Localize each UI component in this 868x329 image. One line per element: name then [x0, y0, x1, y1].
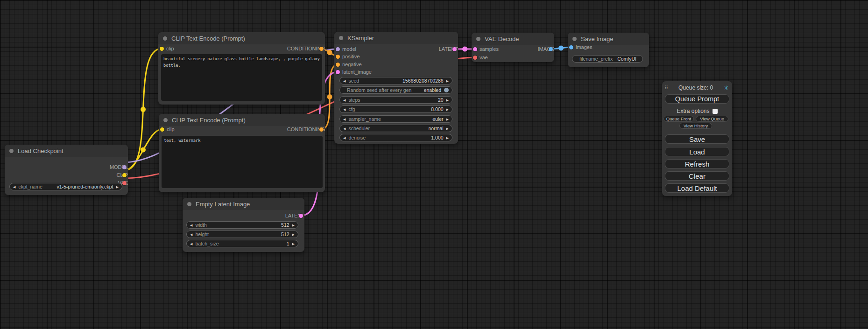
- node-vae-decode[interactable]: VAE Decode samples vae IMAGE: [472, 33, 554, 62]
- stepper-right-icon[interactable]: ▶: [292, 242, 295, 245]
- clear-button[interactable]: Clear: [665, 171, 729, 181]
- output-port-vae[interactable]: [122, 181, 127, 185]
- width-widget[interactable]: ◀ width 512 ▶: [186, 221, 298, 229]
- denoise-widget[interactable]: ◀ denoise 1.000 ▶: [339, 134, 452, 141]
- output-port-model[interactable]: [122, 165, 127, 169]
- queue-size-label: Queue size: 0: [668, 84, 724, 91]
- node-title-bar[interactable]: VAE Decode: [472, 33, 554, 45]
- stepper-right-icon[interactable]: ▶: [446, 136, 449, 140]
- filename-prefix-widget[interactable]: filename_prefix ComfyUI: [572, 55, 643, 63]
- input-row-images: images: [568, 43, 592, 51]
- node-graph-canvas[interactable]: Load Checkpoint MODEL CLIP VAE ◀ ckpt_na…: [0, 0, 868, 329]
- node-clip-text-encode-negative[interactable]: CLIP Text Encode (Prompt) clip CONDITION…: [159, 114, 325, 192]
- stepper-left-icon[interactable]: ◀: [13, 185, 15, 189]
- collapse-dot-icon[interactable]: [163, 36, 167, 41]
- collapse-dot-icon[interactable]: [187, 202, 191, 206]
- widget-label: width: [195, 222, 207, 228]
- queue-prompt-button[interactable]: Queue Prompt: [665, 94, 729, 104]
- settings-gear-icon[interactable]: ✳: [724, 84, 729, 91]
- queue-panel-header: ⠿ Queue size: 0 ✳: [662, 84, 732, 92]
- input-row-negative: negative: [334, 61, 362, 69]
- view-history-button[interactable]: View History: [679, 123, 712, 129]
- widget-label: denoise: [348, 135, 366, 140]
- collapse-dot-icon[interactable]: [476, 37, 480, 41]
- node-save-image[interactable]: Save Image images filename_prefix ComfyU…: [568, 33, 649, 67]
- node-title: CLIP Text Encode (Prompt): [172, 117, 246, 124]
- collapse-dot-icon[interactable]: [163, 118, 168, 122]
- output-port-conditioning[interactable]: [319, 47, 324, 51]
- widget-label: sampler_name: [348, 116, 381, 122]
- collapse-dot-icon[interactable]: [339, 36, 343, 40]
- stepper-left-icon[interactable]: ◀: [190, 224, 192, 227]
- node-clip-text-encode-positive[interactable]: CLIP Text Encode (Prompt) clip CONDITION…: [158, 32, 325, 105]
- node-title-bar[interactable]: KSampler: [334, 32, 458, 44]
- widget-value: 156680208700286: [402, 78, 444, 84]
- seed-widget[interactable]: ◀ seed 156680208700286 ▶: [339, 77, 452, 84]
- collapse-dot-icon[interactable]: [9, 149, 14, 153]
- node-load-checkpoint[interactable]: Load Checkpoint MODEL CLIP VAE ◀ ckpt_na…: [5, 145, 128, 195]
- stepper-right-icon[interactable]: ▶: [292, 233, 295, 236]
- output-port-conditioning[interactable]: [319, 127, 324, 132]
- prompt-textarea[interactable]: text, watermark: [162, 136, 323, 188]
- stepper-left-icon[interactable]: ◀: [190, 233, 192, 236]
- stepper-right-icon[interactable]: ▶: [446, 98, 449, 102]
- node-empty-latent-image[interactable]: Empty Latent Image LATENT ◀ width 512 ▶ …: [183, 198, 304, 252]
- node-title-bar[interactable]: CLIP Text Encode (Prompt): [159, 114, 325, 126]
- stepper-left-icon[interactable]: ◀: [343, 127, 346, 130]
- widget-value: v1-5-pruned-emaonly.ckpt: [56, 184, 113, 189]
- output-port-latent[interactable]: [299, 214, 303, 218]
- load-button[interactable]: Load: [665, 147, 729, 156]
- output-row-clip: CLIP: [5, 171, 136, 179]
- stepper-right-icon[interactable]: ▶: [446, 79, 449, 83]
- random-seed-toggle-widget[interactable]: Random seed after every gen enabled: [339, 86, 452, 94]
- save-button[interactable]: Save: [665, 134, 729, 144]
- output-port-clip[interactable]: [122, 173, 127, 177]
- node-title: CLIP Text Encode (Prompt): [171, 35, 245, 42]
- node-title-bar[interactable]: Empty Latent Image: [183, 198, 304, 210]
- stepper-left-icon[interactable]: ◀: [343, 136, 346, 140]
- extra-options-checkbox[interactable]: [713, 109, 718, 114]
- widget-label: batch_size: [195, 241, 219, 246]
- queue-front-button[interactable]: Queue Front: [663, 116, 694, 122]
- cfg-widget[interactable]: ◀ cfg 8.000 ▶: [339, 105, 452, 113]
- steps-widget[interactable]: ◀ steps 20 ▶: [339, 96, 452, 104]
- prompt-textarea[interactable]: beautiful scenery nature glass bottle la…: [161, 54, 322, 101]
- widget-label: filename_prefix: [579, 56, 613, 62]
- scheduler-widget[interactable]: ◀ scheduler normal ▶: [339, 125, 452, 132]
- stepper-left-icon[interactable]: ◀: [343, 108, 346, 111]
- stepper-right-icon[interactable]: ▶: [292, 224, 295, 227]
- node-title-bar[interactable]: CLIP Text Encode (Prompt): [158, 32, 325, 44]
- collapse-dot-icon[interactable]: [572, 37, 577, 41]
- drag-handle-icon[interactable]: ⠿: [664, 85, 668, 91]
- stepper-right-icon[interactable]: ▶: [446, 127, 449, 130]
- height-widget[interactable]: ◀ height 512 ▶: [186, 231, 298, 238]
- load-default-button[interactable]: Load Default: [665, 183, 729, 193]
- view-queue-button[interactable]: View Queue: [696, 116, 728, 122]
- sampler-name-widget[interactable]: ◀ sampler_name euler ▶: [339, 115, 452, 123]
- ckpt-name-widget[interactable]: ◀ ckpt_name v1-5-pruned-emaonly.ckpt ▶: [9, 183, 122, 190]
- stepper-right-icon[interactable]: ▶: [446, 118, 449, 121]
- output-row-latent: LATENT: [334, 45, 466, 53]
- output-row-conditioning: CONDITIONING: [159, 126, 333, 133]
- batch-size-widget[interactable]: ◀ batch_size 1 ▶: [186, 240, 298, 247]
- stepper-left-icon[interactable]: ◀: [343, 118, 346, 121]
- output-port-image[interactable]: [549, 47, 553, 51]
- toggle-circle-icon[interactable]: [444, 88, 449, 92]
- node-ksampler[interactable]: KSampler model positive negative latent_…: [334, 32, 458, 144]
- input-label: vae: [480, 55, 488, 60]
- stepper-left-icon[interactable]: ◀: [190, 242, 192, 245]
- node-title-bar[interactable]: Load Checkpoint: [5, 145, 128, 157]
- input-label: latent_image: [342, 69, 372, 75]
- output-port-latent[interactable]: [452, 47, 457, 51]
- stepper-left-icon[interactable]: ◀: [343, 98, 346, 102]
- refresh-button[interactable]: Refresh: [665, 159, 729, 168]
- extra-options-label: Extra options: [677, 108, 709, 114]
- widget-value: 512: [281, 222, 289, 228]
- stepper-right-icon[interactable]: ▶: [116, 185, 119, 189]
- widget-label: height: [195, 231, 209, 237]
- node-title: Save Image: [581, 35, 613, 42]
- stepper-right-icon[interactable]: ▶: [446, 108, 449, 111]
- widget-value: ComfyUI: [617, 56, 636, 62]
- stepper-left-icon[interactable]: ◀: [343, 79, 346, 83]
- output-row-model: MODEL: [5, 163, 136, 171]
